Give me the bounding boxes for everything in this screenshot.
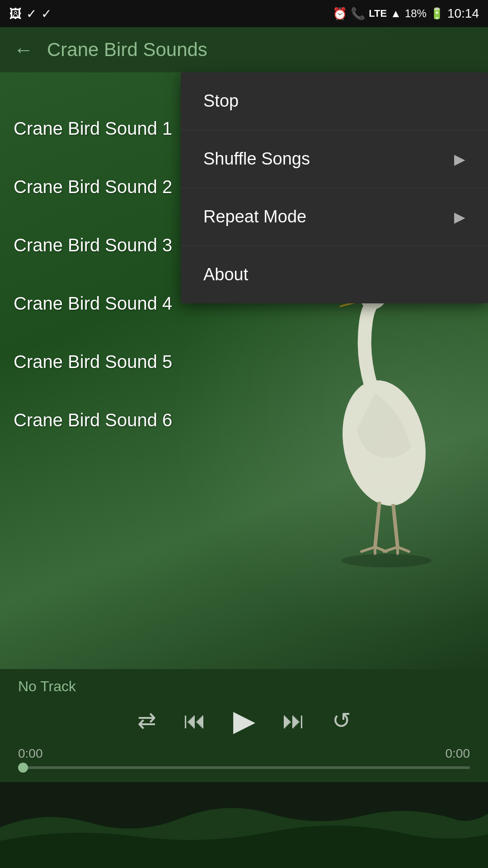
menu-item-repeat[interactable]: Repeat Mode ▶ — [181, 188, 488, 246]
battery-label: 18% — [405, 7, 427, 20]
shuffle-arrow-icon: ▶ — [454, 151, 465, 168]
status-right-icons: ⏰ 📞 LTE ▲ 18% 🔋 10:14 — [333, 6, 479, 21]
about-label: About — [203, 265, 248, 284]
call-icon: 📞 — [351, 7, 365, 21]
battery-icon: 🔋 — [430, 7, 444, 20]
menu-item-about[interactable]: About — [181, 246, 488, 303]
check-icon-2: ✓ — [41, 6, 52, 21]
repeat-label: Repeat Mode — [203, 207, 306, 226]
photo-icon: 🖼 — [9, 6, 22, 21]
shuffle-label: Shuffle Songs — [203, 149, 310, 169]
lte-label: LTE — [369, 8, 387, 19]
context-menu: Stop Shuffle Songs ▶ Repeat Mode ▶ About — [181, 72, 488, 303]
time-display: 10:14 — [447, 6, 479, 21]
repeat-arrow-icon: ▶ — [454, 208, 465, 226]
dropdown-overlay[interactable]: Stop Shuffle Songs ▶ Repeat Mode ▶ About — [0, 27, 488, 868]
menu-item-shuffle[interactable]: Shuffle Songs ▶ — [181, 130, 488, 188]
status-bar: 🖼 ✓ ✓ ⏰ 📞 LTE ▲ 18% 🔋 10:14 — [0, 0, 488, 27]
menu-item-stop[interactable]: Stop — [181, 72, 488, 130]
signal-icon: ▲ — [390, 7, 401, 20]
check-icon-1: ✓ — [26, 6, 37, 21]
stop-label: Stop — [203, 91, 239, 111]
alarm-icon: ⏰ — [333, 7, 347, 21]
status-left-icons: 🖼 ✓ ✓ — [9, 6, 52, 21]
